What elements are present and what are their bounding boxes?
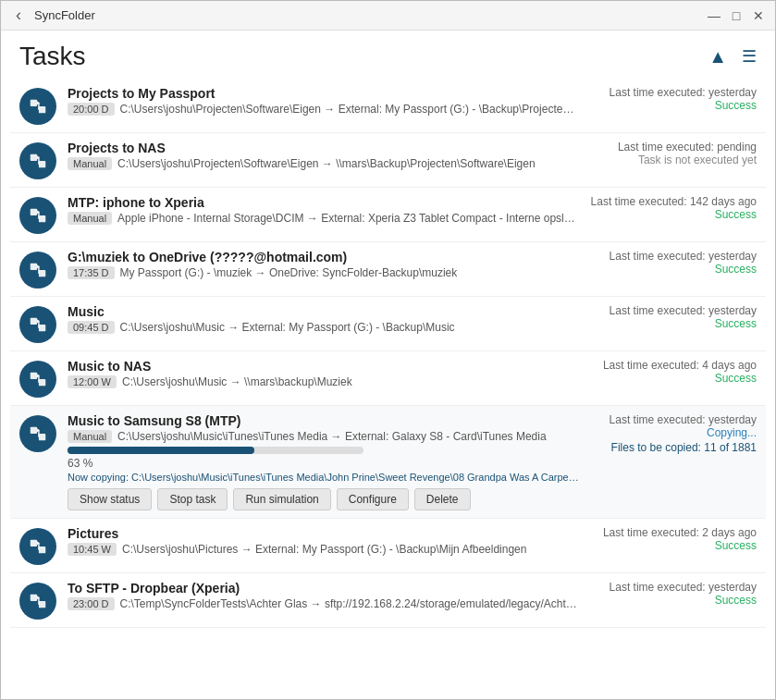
task-item: Music to Samsung S8 (MTP)ManualC:\Users\… [10,406,766,519]
svg-rect-16 [31,595,37,601]
task-path: Apple iPhone - Internal Storage\DCIM → E… [117,212,579,225]
navigation-icon[interactable]: ▲ [708,46,727,68]
schedule-badge: Manual [68,430,112,443]
task-meta: Last time executed: pendingTask is not e… [590,141,757,166]
svg-rect-8 [31,318,37,325]
task-status: Success [590,594,757,607]
show-status-button[interactable]: Show status [68,488,152,510]
filter-icon[interactable]: ☰ [742,46,757,67]
minimize-button[interactable]: — [707,8,721,23]
schedule-badge: 09:45 D [68,321,115,334]
last-exec-label: Last time executed: 4 days ago [590,359,757,372]
task-name: Music [68,304,579,319]
task-path-row: 23:00 DC:\Temp\SyncFolderTests\Achter Gl… [68,597,579,610]
schedule-badge: 10:45 W [68,543,117,556]
svg-rect-15 [39,546,45,553]
task-name: MTP: iphone to Xperia [68,195,579,210]
task-status: Success [590,99,757,112]
last-exec-label: Last time executed: pending [590,141,757,154]
task-icon [19,252,56,289]
main-window: ‹ SyncFolder — □ ✕ Tasks ▲ ☰ Projects to… [0,0,776,700]
task-details: Music to Samsung S8 (MTP)ManualC:\Users\… [68,413,579,510]
task-meta: Last time executed: 2 days agoSuccess [590,526,757,552]
task-path-row: 17:35 DMy Passport (G:) - \muziek → OneD… [68,266,579,279]
last-exec-label: Last time executed: 2 days ago [590,526,757,539]
maximize-button[interactable]: □ [729,8,744,23]
task-status: Success [590,317,757,330]
task-item: Pictures10:45 WC:\Users\joshu\Pictures →… [10,519,766,573]
task-name: Pictures [68,526,579,541]
schedule-badge: Manual [68,157,112,170]
progress-bar-container [68,447,363,454]
titlebar: ‹ SyncFolder — □ ✕ [1,1,775,31]
last-exec-label: Last time executed: yesterday [590,304,757,317]
files-to-copy: Files to be copied: 11 of 1881 [590,441,757,454]
svg-rect-10 [31,373,37,379]
task-meta: Last time executed: yesterdayCopying...F… [590,413,757,454]
progress-section: 63 %Now copying: C:\Users\joshu\Music\iT… [68,447,579,483]
task-item: Projects to My Passport20:00 DC:\Users\j… [10,79,766,133]
task-path: C:\Users\joshu\Projecten\Software\Eigen … [120,103,579,116]
task-item: To SFTP - Dropbear (Xperia)23:00 DC:\Tem… [10,573,766,628]
svg-rect-11 [39,379,45,386]
task-path-row: 12:00 WC:\Users\joshu\Music → \\mars\bac… [68,375,579,388]
schedule-badge: 23:00 D [68,597,115,610]
content-area: Tasks ▲ ☰ Projects to My Passport20:00 D… [1,31,775,699]
task-icon [19,528,56,565]
now-copying-path: Now copying: C:\Users\joshu\Music\iTunes… [68,472,579,483]
run-simulation-button[interactable]: Run simulation [233,488,330,510]
window-title: SyncFolder [34,8,95,22]
task-path: C:\Users\joshu\Pictures → External: My P… [122,543,527,556]
schedule-badge: 20:00 D [68,103,115,116]
task-item: Projects to NASManualC:\Users\joshu\Proj… [10,133,766,188]
task-meta: Last time executed: yesterdaySuccess [590,304,757,330]
task-item: Music to NAS12:00 WC:\Users\joshu\Music … [10,351,766,406]
task-buttons: Show statusStop taskRun simulationConfig… [68,488,579,510]
last-exec-label: Last time executed: 142 days ago [590,195,757,208]
last-exec-label: Last time executed: yesterday [590,86,757,99]
header-actions: ▲ ☰ [708,46,757,68]
svg-rect-2 [31,154,37,161]
page-title: Tasks [19,42,86,71]
svg-rect-5 [39,215,45,222]
delete-button[interactable]: Delete [414,488,471,510]
task-name: To SFTP - Dropbear (Xperia) [68,581,579,596]
task-path-row: 20:00 DC:\Users\joshu\Projecten\Software… [68,103,579,116]
schedule-badge: 12:00 W [68,375,117,388]
schedule-badge: 17:35 D [68,266,115,279]
svg-rect-7 [39,270,45,276]
task-meta: Last time executed: 4 days agoSuccess [590,359,757,385]
titlebar-left: ‹ SyncFolder [10,4,95,27]
task-icon [19,415,56,452]
titlebar-controls: — □ ✕ [707,8,766,23]
task-path-row: 09:45 DC:\Users\joshu\Music → External: … [68,321,579,334]
task-meta: Last time executed: 142 days agoSuccess [590,195,757,221]
task-path: C:\Users\joshu\Music → External: My Pass… [120,321,455,334]
task-icon [19,306,56,343]
task-name: Music to Samsung S8 (MTP) [68,413,579,428]
task-details: Music to NAS12:00 WC:\Users\joshu\Music … [68,359,579,388]
svg-rect-12 [31,427,37,434]
configure-button[interactable]: Configure [337,488,409,510]
task-status: Success [590,263,757,276]
task-meta: Last time executed: yesterdaySuccess [590,581,757,607]
task-details: G:\muziek to OneDrive (?????@hotmail.com… [68,250,579,279]
svg-rect-9 [39,325,45,331]
task-details: Music09:45 DC:\Users\joshu\Music → Exter… [68,304,579,334]
last-exec-label: Last time executed: yesterday [590,250,757,263]
task-status: Task is not executed yet [590,154,757,166]
close-button[interactable]: ✕ [751,8,766,23]
task-path: C:\Users\joshu\Music\iTunes\iTunes Media… [117,430,547,443]
task-icon [19,88,56,125]
back-button[interactable]: ‹ [10,4,27,27]
task-details: MTP: iphone to XperiaManualApple iPhone … [68,195,579,225]
task-item: Music09:45 DC:\Users\joshu\Music → Exter… [10,297,766,351]
svg-rect-6 [31,264,37,270]
task-path-row: ManualC:\Users\joshu\Music\iTunes\iTunes… [68,430,579,443]
header-row: Tasks ▲ ☰ [1,31,775,79]
stop-task-button[interactable]: Stop task [157,488,228,510]
task-icon [19,361,56,398]
task-path: C:\Temp\SyncFolderTests\Achter Glas → sf… [120,597,579,610]
svg-rect-0 [31,100,37,106]
last-exec-label: Last time executed: yesterday [590,581,757,594]
